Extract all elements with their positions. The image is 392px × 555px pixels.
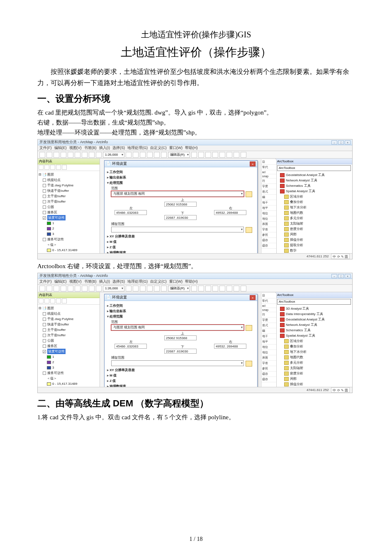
tool-icon[interactable] [234, 152, 239, 158]
dialog-section[interactable]: M 值 [107, 373, 255, 378]
layer-checkbox[interactable] [43, 200, 46, 203]
strip-item[interactable]: 道式 [261, 323, 276, 328]
menu-item[interactable]: 窗口(W) [169, 145, 183, 151]
menu-item[interactable]: 插入(I) [99, 279, 110, 284]
toc-item[interactable]: 坡度可达性 [39, 349, 99, 354]
tool-icon[interactable] [212, 152, 218, 158]
tool-icon[interactable] [212, 286, 218, 291]
arctoolbox-tree[interactable]: 3D Analyst 工具Data Interoperability 工具Geo… [276, 306, 352, 387]
scale-combo[interactable]: 1:26,000 [103, 286, 124, 291]
strip-item[interactable]: 符 [261, 312, 276, 318]
dialog-section[interactable]: Z 值 [107, 379, 255, 383]
toolbox-node[interactable]: Spatial Analyst 工具 [277, 333, 351, 338]
toolbox-node[interactable]: Geostatistical Analyst 工具 [277, 317, 351, 322]
layer-checkbox[interactable] [43, 178, 46, 182]
strip-item[interactable]: 符 [261, 178, 276, 184]
find-icon[interactable] [161, 152, 167, 158]
undo-icon[interactable] [89, 152, 95, 158]
toolset-node[interactable]: 密度分析 [277, 226, 351, 232]
print-icon[interactable] [61, 152, 66, 158]
menu-item[interactable]: 书签(B) [84, 279, 97, 284]
menu-item[interactable]: 窗口(W) [169, 279, 183, 284]
layer-checkbox[interactable] [43, 211, 46, 214]
toc-item[interactable]: 公园 [39, 338, 99, 343]
tool-icon[interactable] [226, 152, 232, 158]
arctoolbox-root[interactable]: ArcToolbox [277, 299, 351, 305]
snap-extent-combo[interactable] [111, 360, 244, 366]
cut-icon[interactable] [68, 152, 73, 158]
strip-item[interactable]: 界面 [261, 355, 276, 361]
toolbox-node[interactable]: Schematics 工具 [277, 183, 351, 188]
strip-item[interactable]: 目 [261, 293, 276, 298]
toc-tree[interactable]: ⊟ 📑 图层线提结点干道.dwg Polyline快速干道buffer主干道bu… [38, 305, 100, 387]
toc-tool-icon[interactable] [50, 165, 55, 170]
layer-checkbox[interactable] [43, 334, 46, 337]
zoom-out-icon[interactable] [140, 152, 146, 158]
copy-icon[interactable] [75, 152, 80, 158]
toc-item[interactable]: 线提结点 [39, 311, 99, 316]
dialog-section[interactable]: Z 值 [107, 245, 255, 249]
strip-item[interactable]: 参照 [261, 232, 276, 238]
toc-item[interactable]: 次干道buffer [39, 199, 99, 204]
strip-item[interactable]: snap [261, 174, 276, 178]
layer-checkbox[interactable] [43, 312, 46, 315]
toolset-node[interactable]: 地下水分析 [277, 349, 351, 355]
editor-combo[interactable]: 编辑器(R) [168, 286, 190, 291]
strip-item[interactable]: 常代 [261, 298, 276, 304]
open-icon[interactable] [46, 152, 52, 158]
toc-item[interactable]: 次干道buffer [39, 333, 99, 338]
tool-icon[interactable] [241, 286, 246, 291]
browse-folder-button[interactable] [246, 325, 252, 331]
toc-item[interactable]: 3 [39, 365, 99, 370]
zoom-out-icon[interactable] [140, 286, 146, 291]
toc-item[interactable]: ⊟ 📑 图层 [39, 306, 99, 311]
toolset-node[interactable]: 插值分析 [277, 237, 351, 242]
layer-checkbox[interactable] [43, 238, 46, 241]
strip-item[interactable]: 地平 [261, 205, 276, 211]
menu-item[interactable]: 视图(V) [69, 279, 82, 284]
tool-icon[interactable] [234, 286, 239, 291]
full-extent-icon[interactable] [147, 286, 153, 291]
strip-item[interactable]: 界面 [261, 222, 276, 227]
browse-folder-button[interactable] [246, 227, 252, 233]
editor-combo[interactable]: 编辑器(R) [168, 152, 190, 158]
toolset-node[interactable]: 区域分析 [277, 194, 351, 199]
extent-top-input[interactable]: 25062 915368 [164, 335, 197, 340]
menu-item[interactable]: 帮助(H) [185, 279, 198, 284]
hand-icon[interactable] [126, 286, 131, 291]
toc-item[interactable]: 主干道buffer [39, 327, 99, 333]
menu-item[interactable]: 选择(S) [112, 145, 125, 151]
save-icon[interactable] [54, 152, 59, 158]
toc-item[interactable]: 2 [39, 359, 99, 365]
toc-item[interactable]: 服务可达性 [39, 370, 99, 376]
browse-folder-button[interactable] [246, 361, 252, 367]
toolset-node[interactable]: 叠加分析 [277, 199, 351, 205]
maximize-button[interactable]: □ [338, 274, 344, 278]
toc-item[interactable]: ⊟ 📑 图层 [39, 172, 99, 177]
toolset-node[interactable]: 多元分析 [277, 215, 351, 221]
toc-item[interactable]: 0 - 15,417.31489 [39, 381, 99, 386]
strip-item[interactable]: 编 [261, 195, 276, 200]
menu-item[interactable]: 文件(F) [39, 279, 52, 284]
strip-item[interactable]: 参照 [261, 366, 276, 372]
dialog-close-button[interactable]: × [250, 295, 256, 300]
menu-item[interactable]: 书签(B) [84, 145, 97, 151]
new-icon[interactable] [39, 286, 45, 291]
snap-extent-combo[interactable] [111, 227, 244, 232]
toolset-node[interactable]: 多元分析 [277, 360, 351, 365]
menu-item[interactable]: 地理处理(G) [127, 145, 148, 151]
dialog-section[interactable]: 输出坐标系 [107, 309, 255, 313]
toc-tree[interactable]: ⊟ 📑 图层线提结点干道.dwg Polyline快速干道buffer主干道bu… [38, 171, 100, 253]
menu-item[interactable]: 地理处理(G) [127, 279, 148, 284]
new-icon[interactable] [39, 152, 45, 158]
tool-icon[interactable] [241, 152, 246, 158]
extent-bottom-input[interactable]: 22687 .619030 [164, 215, 197, 220]
extent-right-input[interactable]: 49532. 269488 [214, 344, 246, 349]
layer-checkbox[interactable] [43, 328, 46, 332]
menu-item[interactable]: 帮助(H) [185, 145, 198, 151]
processing-extent-section[interactable]: 处理范围 [107, 314, 255, 319]
toolset-node[interactable]: 区域分析 [277, 338, 351, 344]
toolbox-node[interactable]: 3D Analyst 工具 [277, 306, 351, 311]
toolbox-node[interactable]: Spatial Analyst 工具 [277, 188, 351, 194]
copy-icon[interactable] [75, 286, 80, 291]
